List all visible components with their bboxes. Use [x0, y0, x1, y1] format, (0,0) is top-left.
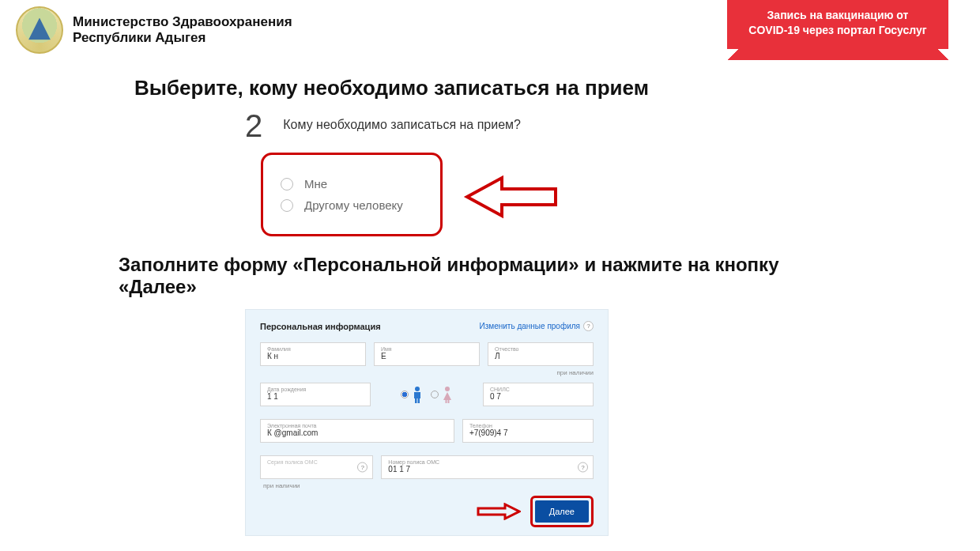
covid-banner: Запись на вакцинацию от COVID-19 через п…: [727, 0, 948, 49]
radio-label-other: Другому человеку: [304, 198, 403, 212]
help-icon: ?: [578, 462, 588, 473]
svg-rect-3: [418, 398, 420, 403]
ministry-line2: Республики Адыгея: [73, 30, 292, 46]
gender-male[interactable]: [401, 386, 423, 403]
svg-rect-2: [415, 398, 417, 403]
instruction-form-title: Заполните форму «Персональной информации…: [119, 254, 846, 298]
snils-field[interactable]: СНИЛС 0 7: [483, 383, 594, 406]
radio-option-me[interactable]: Мне: [281, 177, 423, 191]
radio-icon: [431, 391, 439, 398]
female-icon: [442, 386, 453, 403]
help-icon: ?: [357, 462, 368, 473]
dob-field[interactable]: Дата рождения 1 1: [260, 383, 371, 406]
lastname-field[interactable]: Фамилия К н: [260, 342, 366, 366]
instruction-choose-title: Выберите, кому необходимо записаться на …: [134, 76, 846, 100]
step-2-header: 2 Кому необходимо записаться на прием?: [245, 110, 846, 142]
svg-rect-7: [448, 399, 450, 403]
arrow-left-icon: [462, 175, 557, 219]
gender-female[interactable]: [431, 386, 453, 403]
arrow-right-icon: [477, 503, 521, 520]
ministry-line1: Министерство Здравоохранения: [73, 14, 292, 30]
radio-option-other[interactable]: Другому человеку: [281, 198, 423, 212]
phone-field[interactable]: Телефон +7(909)4 7: [462, 419, 594, 443]
step-number: 2: [245, 110, 262, 142]
radio-icon: [281, 178, 293, 191]
next-highlight-box: Далее: [530, 496, 594, 527]
patronymic-field[interactable]: Отчество Л: [488, 342, 594, 366]
banner-line1: Запись на вакцинацию от: [743, 8, 933, 23]
step-question: Кому необходимо записаться на прием?: [283, 110, 521, 132]
svg-point-0: [415, 387, 420, 391]
form-title: Персональная информация: [260, 322, 381, 331]
edit-profile-link[interactable]: Изменить данные профиля ?: [480, 321, 594, 331]
svg-marker-5: [443, 392, 451, 400]
crest-logo: [16, 6, 63, 54]
firstname-field[interactable]: Имя Е: [374, 342, 480, 366]
male-icon: [412, 386, 423, 403]
next-button[interactable]: Далее: [535, 500, 589, 523]
svg-rect-1: [414, 392, 420, 398]
gender-selector[interactable]: [379, 383, 475, 406]
banner-line2: COVID-19 через портал Госуслуг: [743, 23, 933, 38]
svg-rect-6: [446, 399, 447, 403]
oms-number-field[interactable]: Номер полиса ОМС 01 1 7 ?: [381, 455, 594, 479]
ministry-name: Министерство Здравоохранения Республики …: [73, 14, 292, 47]
optional-note: при наличии: [260, 369, 594, 376]
email-field[interactable]: Электронная почта К @gmail.com: [260, 419, 454, 443]
oms-series-field[interactable]: Серия полиса ОМС ?: [260, 455, 373, 479]
svg-point-4: [445, 387, 450, 391]
choice-highlight-box: Мне Другому человеку: [261, 153, 443, 236]
personal-info-form: Персональная информация Изменить данные …: [245, 309, 609, 536]
radio-icon: [281, 199, 293, 212]
radio-label-me: Мне: [304, 177, 327, 191]
radio-icon: [401, 391, 409, 398]
help-icon: ?: [583, 321, 594, 331]
optional-note: при наличии: [263, 482, 594, 489]
